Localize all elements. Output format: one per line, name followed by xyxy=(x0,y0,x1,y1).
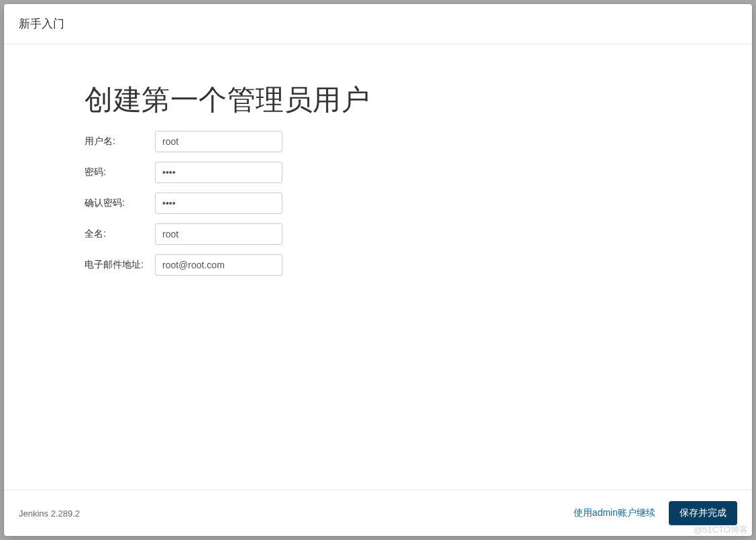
form-row-email: 电子邮件地址: xyxy=(85,254,752,276)
confirm-password-input[interactable] xyxy=(155,193,282,214)
jenkins-version: Jenkins 2.289.2 xyxy=(19,508,574,519)
form-row-username: 用户名: xyxy=(85,131,752,152)
page-title: 创建第一个管理员用户 xyxy=(85,81,752,119)
email-input[interactable] xyxy=(155,254,282,276)
wizard-header-title: 新手入门 xyxy=(19,17,64,30)
username-input[interactable] xyxy=(155,131,282,152)
wizard-header: 新手入门 xyxy=(4,4,752,44)
continue-as-admin-link[interactable]: 使用admin账户继续 xyxy=(574,507,655,519)
fullname-label: 全名: xyxy=(85,228,155,240)
setup-wizard-window: 新手入门 创建第一个管理员用户 用户名: 密码: 确认密码: 全名: 电子邮件地… xyxy=(4,4,752,536)
form-row-password: 密码: xyxy=(85,162,752,183)
wizard-footer: Jenkins 2.289.2 使用admin账户继续 保存并完成 xyxy=(4,490,752,536)
fullname-input[interactable] xyxy=(155,223,282,245)
save-and-finish-button[interactable]: 保存并完成 xyxy=(669,501,737,525)
wizard-content: 创建第一个管理员用户 用户名: 密码: 确认密码: 全名: 电子邮件地址: xyxy=(4,44,752,490)
form-row-fullname: 全名: xyxy=(85,223,752,245)
email-label: 电子邮件地址: xyxy=(85,259,155,271)
username-label: 用户名: xyxy=(85,136,155,148)
password-input[interactable] xyxy=(155,162,282,183)
form-row-confirm-password: 确认密码: xyxy=(85,193,752,214)
password-label: 密码: xyxy=(85,166,155,178)
footer-actions: 使用admin账户继续 保存并完成 xyxy=(574,501,737,525)
confirm-password-label: 确认密码: xyxy=(85,197,155,209)
